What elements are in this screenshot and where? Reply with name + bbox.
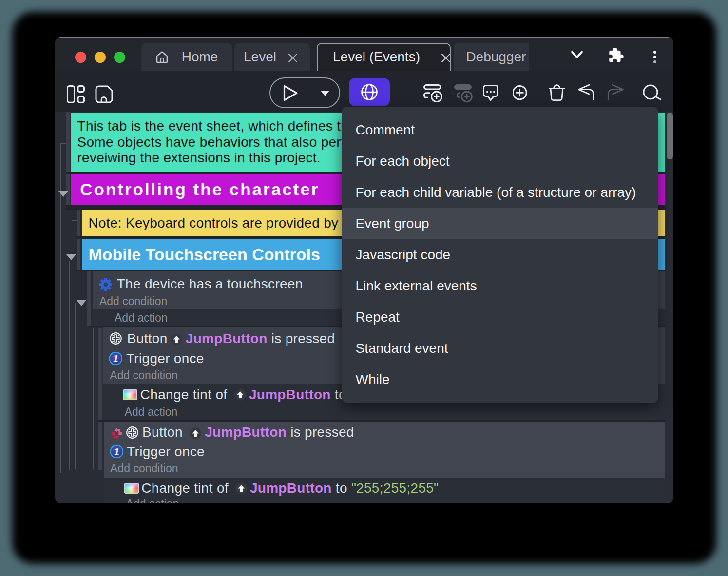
svg-text:1: 1 (115, 447, 119, 457)
svg-text:1: 1 (113, 354, 118, 364)
